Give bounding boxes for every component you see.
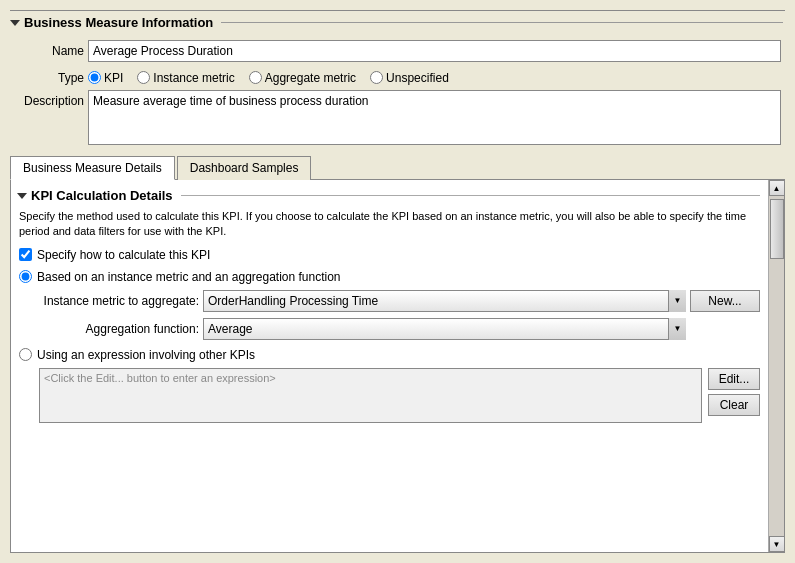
instance-metric-label: Instance metric to aggregate: [39, 294, 199, 308]
radio-instance-label: Instance metric [153, 71, 234, 85]
specify-checkbox[interactable] [19, 248, 32, 261]
radio-kpi[interactable]: KPI [88, 71, 123, 85]
kpi-section-header: KPI Calculation Details [19, 188, 760, 203]
type-label: Type [14, 67, 84, 85]
scroll-thumb[interactable] [770, 199, 784, 259]
clear-button[interactable]: Clear [708, 394, 760, 416]
tab-dashboard-samples[interactable]: Dashboard Samples [177, 156, 312, 180]
description-textarea[interactable] [88, 90, 781, 145]
tab-content: KPI Calculation Details Specify the meth… [10, 180, 785, 553]
radio-option1[interactable]: Based on an instance metric and an aggre… [19, 270, 760, 284]
bmi-divider [221, 22, 783, 23]
radio-option1-input[interactable] [19, 270, 32, 283]
tabs-container: Business Measure Details Dashboard Sampl… [10, 155, 785, 180]
expression-buttons: Edit... Clear [708, 368, 760, 423]
kpi-divider [181, 195, 760, 196]
kpi-collapse-icon[interactable] [17, 193, 27, 199]
aggregation-function-select-wrapper: Average ▼ [203, 318, 686, 340]
name-label: Name [14, 40, 84, 62]
scroll-down-button[interactable]: ▼ [769, 536, 785, 552]
edit-button[interactable]: Edit... [708, 368, 760, 390]
tab-business-measure-details[interactable]: Business Measure Details [10, 156, 175, 180]
bmi-form: Name Type KPI Instance metric Aggregate … [10, 40, 785, 145]
scroll-track [769, 196, 785, 536]
radio-aggregate-input[interactable] [249, 71, 262, 84]
aggregation-function-select[interactable]: Average [203, 318, 686, 340]
radio-instance-input[interactable] [137, 71, 150, 84]
radio-option1-label: Based on an instance metric and an aggre… [37, 270, 341, 284]
radio-aggregate[interactable]: Aggregate metric [249, 71, 356, 85]
specify-checkbox-label: Specify how to calculate this KPI [37, 248, 210, 262]
radio-unspecified-label: Unspecified [386, 71, 449, 85]
radio-unspecified[interactable]: Unspecified [370, 71, 449, 85]
instance-metric-select-wrapper: OrderHandling Processing Time ▼ [203, 290, 686, 312]
option1-fields: Instance metric to aggregate: OrderHandl… [39, 290, 760, 340]
vertical-scrollbar[interactable]: ▲ ▼ [768, 180, 784, 552]
radio-section: Based on an instance metric and an aggre… [19, 270, 760, 423]
scroll-up-button[interactable]: ▲ [769, 180, 785, 196]
radio-kpi-input[interactable] [88, 71, 101, 84]
tab-inner: KPI Calculation Details Specify the meth… [11, 180, 768, 552]
radio-kpi-label: KPI [104, 71, 123, 85]
specify-checkbox-row: Specify how to calculate this KPI [19, 248, 760, 262]
expression-textarea[interactable] [39, 368, 702, 423]
radio-option2-input[interactable] [19, 348, 32, 361]
bmi-section-header: Business Measure Information [10, 10, 785, 34]
radio-option2[interactable]: Using an expression involving other KPIs [19, 348, 760, 362]
kpi-section-title: KPI Calculation Details [31, 188, 173, 203]
kpi-description: Specify the method used to calculate thi… [19, 209, 760, 240]
main-container: Business Measure Information Name Type K… [0, 0, 795, 563]
aggregation-function-label: Aggregation function: [39, 322, 199, 336]
description-label: Description [14, 90, 84, 145]
expression-area-wrapper: Edit... Clear [39, 368, 760, 423]
bmi-collapse-icon[interactable] [10, 20, 20, 26]
radio-option2-label: Using an expression involving other KPIs [37, 348, 255, 362]
name-input[interactable] [88, 40, 781, 62]
radio-instance[interactable]: Instance metric [137, 71, 234, 85]
radio-aggregate-label: Aggregate metric [265, 71, 356, 85]
instance-metric-select[interactable]: OrderHandling Processing Time [203, 290, 686, 312]
radio-unspecified-input[interactable] [370, 71, 383, 84]
bmi-section-title: Business Measure Information [24, 15, 213, 30]
new-button[interactable]: New... [690, 290, 760, 312]
type-radio-group: KPI Instance metric Aggregate metric Uns… [88, 67, 781, 85]
